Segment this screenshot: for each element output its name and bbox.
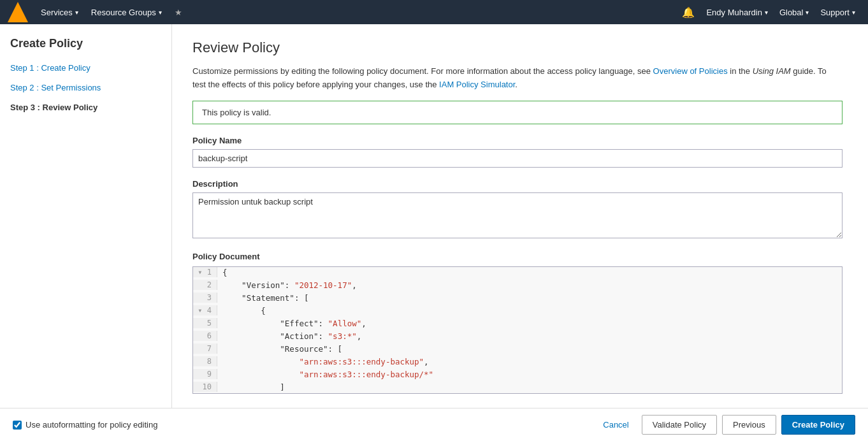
- page-layout: Create Policy Step 1 : Create Policy Ste…: [0, 24, 868, 441]
- description-text: Customize permissions by editing the fol…: [192, 65, 830, 92]
- top-navigation: Services ▾ Resource Groups ▾ ★ 🔔 Endy Mu…: [0, 0, 868, 24]
- services-chevron-icon: ▾: [75, 9, 78, 16]
- line-content: {: [217, 267, 233, 278]
- line-content: "Resource": [: [217, 343, 347, 354]
- nav-left: Services ▾ Resource Groups ▾ ★: [8, 0, 187, 24]
- code-line: 8 "arn:aws:s3:::endy-backup",: [193, 356, 842, 369]
- policy-doc-group: Policy Document ▾ 1{ 2 "Version": "2012-…: [192, 252, 848, 394]
- line-number: ▾ 1: [193, 267, 217, 277]
- region-menu[interactable]: Global ▾: [774, 0, 814, 24]
- string-value: "2012-10-17": [294, 280, 352, 290]
- code-line: 3 "Statement": [: [193, 293, 842, 305]
- line-number: 9: [193, 369, 217, 379]
- description-group: Description: [192, 179, 848, 240]
- code-line: 6 "Action": "s3:*",: [193, 331, 842, 343]
- line-number: 8: [193, 356, 217, 366]
- validate-policy-button[interactable]: Validate Policy: [642, 415, 717, 435]
- cancel-button[interactable]: Cancel: [595, 416, 636, 434]
- overview-policies-link[interactable]: Overview of Policies: [653, 66, 728, 76]
- resource-groups-label: Resource Groups: [91, 8, 156, 17]
- line-number: 2: [193, 280, 217, 290]
- string-value: "s3:*": [328, 331, 357, 341]
- description-textarea[interactable]: [192, 192, 843, 238]
- line-number: 6: [193, 331, 217, 341]
- code-line: 10 ]: [193, 382, 842, 394]
- user-menu[interactable]: Endy Muhardin ▾: [701, 0, 772, 24]
- resource-groups-chevron-icon: ▾: [159, 9, 162, 16]
- string-value: "arn:aws:s3:::endy-backup/*": [299, 370, 433, 379]
- resource-groups-menu[interactable]: Resource Groups ▾: [86, 0, 167, 24]
- autoformat-label[interactable]: Use autoformatting for policy editing: [25, 420, 157, 430]
- nav-right: 🔔 Endy Muhardin ▾ Global ▾ Support ▾: [677, 0, 860, 24]
- valid-banner: This policy is valid.: [192, 101, 843, 124]
- line-content: {: [217, 305, 271, 316]
- page-title: Review Policy: [192, 40, 848, 56]
- policy-name-group: Policy Name: [192, 136, 848, 168]
- support-label: Support: [820, 8, 850, 17]
- valid-message: This policy is valid.: [202, 108, 271, 117]
- user-label: Endy Muhardin: [706, 8, 762, 17]
- region-chevron-icon: ▾: [806, 9, 809, 16]
- line-number: ▾ 4: [193, 305, 217, 315]
- main-content: Review Policy Customize permissions by e…: [172, 24, 868, 441]
- line-number: 5: [193, 318, 217, 328]
- create-policy-button[interactable]: Create Policy: [781, 415, 855, 435]
- services-menu[interactable]: Services ▾: [36, 0, 83, 24]
- policy-doc-label: Policy Document: [192, 252, 848, 261]
- sidebar-step-2[interactable]: Step 2 : Set Permissions: [10, 80, 161, 95]
- line-content: "arn:aws:s3:::endy-backup",: [217, 356, 434, 367]
- line-number: 7: [193, 343, 217, 354]
- code-line: ▾ 4 {: [193, 305, 842, 318]
- line-content: "Action": "s3:*",: [217, 331, 366, 342]
- line-content: "Version": "2012-10-17",: [217, 280, 362, 291]
- code-line: ▾ 1{: [193, 267, 842, 280]
- sidebar-step-1[interactable]: Step 1 : Create Policy: [10, 61, 161, 75]
- services-label: Services: [41, 8, 73, 17]
- policy-name-input[interactable]: [192, 149, 843, 168]
- policy-name-label: Policy Name: [192, 136, 848, 145]
- line-content: "arn:aws:s3:::endy-backup/*": [217, 369, 438, 380]
- autoformat-checkbox[interactable]: [13, 421, 22, 430]
- code-line: 2 "Version": "2012-10-17",: [193, 280, 842, 293]
- iam-policy-simulator-link[interactable]: IAM Policy Simulator: [439, 80, 515, 89]
- string-value: "Allow": [328, 319, 362, 328]
- previous-button[interactable]: Previous: [722, 415, 776, 435]
- sidebar-title: Create Policy: [10, 37, 161, 50]
- notifications-icon[interactable]: 🔔: [677, 6, 700, 18]
- support-menu[interactable]: Support ▾: [815, 0, 860, 24]
- line-content: "Effect": "Allow",: [217, 318, 372, 329]
- policy-doc-editor[interactable]: ▾ 1{ 2 "Version": "2012-10-17", 3 "State…: [192, 266, 843, 394]
- line-content: ]: [217, 382, 290, 393]
- line-number: 10: [193, 382, 217, 392]
- region-label: Global: [779, 8, 804, 17]
- sidebar: Create Policy Step 1 : Create Policy Ste…: [0, 24, 172, 441]
- line-number: 3: [193, 293, 217, 303]
- favorites-icon[interactable]: ★: [170, 8, 187, 17]
- code-line: 9 "arn:aws:s3:::endy-backup/*": [193, 369, 842, 382]
- user-chevron-icon: ▾: [765, 9, 768, 16]
- description-label: Description: [192, 179, 848, 189]
- string-value: "arn:aws:s3:::endy-backup": [299, 357, 424, 366]
- aws-logo: [8, 2, 28, 22]
- footer-left: Use autoformatting for policy editing: [13, 420, 590, 430]
- line-content: "Statement": [: [217, 293, 314, 303]
- footer: Use autoformatting for policy editing Ca…: [0, 408, 868, 441]
- autoformat-checkbox-wrap: Use autoformatting for policy editing: [13, 420, 157, 430]
- support-chevron-icon: ▾: [852, 9, 855, 16]
- code-line: 5 "Effect": "Allow",: [193, 318, 842, 331]
- sidebar-step-3: Step 3 : Review Policy: [10, 100, 161, 115]
- code-line: 7 "Resource": [: [193, 343, 842, 356]
